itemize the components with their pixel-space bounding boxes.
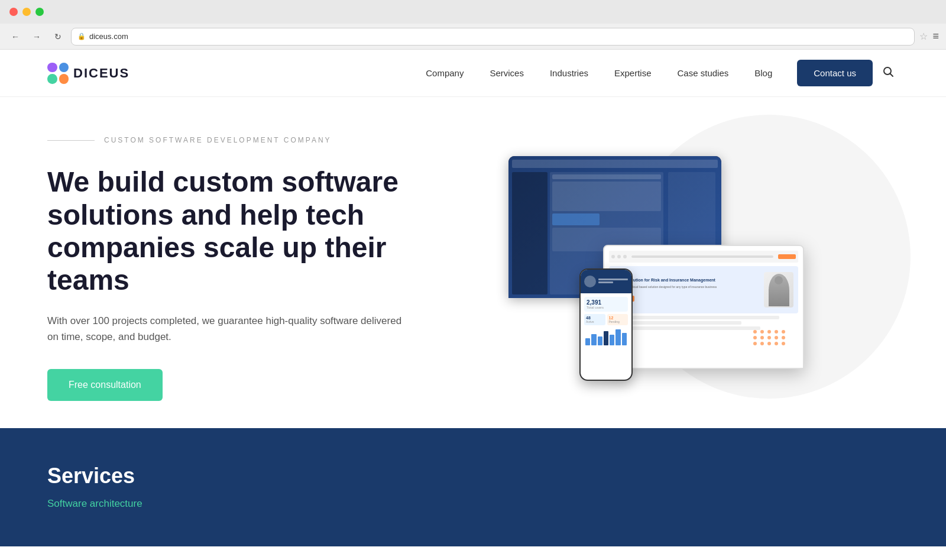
website: DICEUS Company Services Industries Exper… bbox=[0, 50, 946, 546]
device-phone: 2,391 Total users 48 Active 12 bbox=[579, 268, 633, 381]
nav-link-services[interactable]: Services bbox=[477, 68, 537, 78]
nav: DICEUS Company Services Industries Exper… bbox=[0, 50, 946, 97]
logo-dot-green bbox=[47, 74, 57, 84]
device-laptop-front: Cloud Solution for Risk and Insurance Ma… bbox=[603, 245, 804, 369]
nav-links: Company Services Industries Expertise Ca… bbox=[413, 68, 785, 79]
reload-button[interactable]: ↻ bbox=[50, 28, 66, 45]
services-subtitle: Software architecture bbox=[47, 498, 899, 510]
hero-subtitle: CUSTOM SOFTWARE DEVELOPMENT COMPANY bbox=[47, 136, 414, 144]
dots-decoration bbox=[753, 330, 786, 345]
back-button[interactable]: ← bbox=[7, 28, 24, 45]
hero-description: With over 100 projects completed, we gua… bbox=[47, 313, 414, 345]
nav-link-case-studies[interactable]: Case studies bbox=[665, 68, 742, 78]
browser-toolbar: ← → ↻ 🔒 diceus.com ☆ ≡ bbox=[0, 24, 946, 50]
svg-line-1 bbox=[890, 74, 893, 77]
logo-text: DICEUS bbox=[73, 66, 129, 81]
search-icon bbox=[882, 66, 894, 77]
nav-link-blog[interactable]: Blog bbox=[741, 68, 785, 78]
nav-link-industries[interactable]: Industries bbox=[537, 68, 601, 78]
logo-dot-orange bbox=[59, 74, 69, 84]
bookmark-button[interactable]: ☆ bbox=[919, 31, 928, 42]
hero-right: Cloud Solution for Risk and Insurance Ma… bbox=[414, 150, 899, 387]
nav-link-company[interactable]: Company bbox=[413, 68, 477, 78]
url-text: diceus.com bbox=[89, 32, 128, 41]
search-button[interactable] bbox=[877, 61, 899, 85]
devices-container: Cloud Solution for Risk and Insurance Ma… bbox=[508, 156, 804, 381]
browser-menu-button[interactable]: ≡ bbox=[932, 30, 939, 43]
services-section-title: Services bbox=[47, 464, 899, 488]
hero-section: CUSTOM SOFTWARE DEVELOPMENT COMPANY We b… bbox=[0, 97, 946, 428]
nav-link-expertise[interactable]: Expertise bbox=[601, 68, 665, 78]
address-bar[interactable]: 🔒 diceus.com bbox=[71, 28, 915, 46]
contact-us-button[interactable]: Contact us bbox=[797, 60, 873, 86]
services-section: Services Software architecture bbox=[0, 428, 946, 546]
free-consultation-button[interactable]: Free consultation bbox=[47, 369, 163, 401]
hero-heading: We build custom software solutions and h… bbox=[47, 166, 414, 296]
forward-button[interactable]: → bbox=[28, 28, 45, 45]
logo-dot-purple bbox=[47, 63, 57, 73]
fullscreen-button[interactable] bbox=[35, 8, 44, 16]
minimize-button[interactable] bbox=[22, 8, 31, 16]
lock-icon: 🔒 bbox=[77, 33, 86, 40]
browser-chrome bbox=[0, 0, 946, 24]
close-button[interactable] bbox=[9, 8, 18, 16]
logo[interactable]: DICEUS bbox=[47, 63, 129, 84]
hero-left: CUSTOM SOFTWARE DEVELOPMENT COMPANY We b… bbox=[47, 136, 414, 400]
logo-icon bbox=[47, 63, 69, 84]
logo-dot-blue bbox=[59, 63, 69, 73]
